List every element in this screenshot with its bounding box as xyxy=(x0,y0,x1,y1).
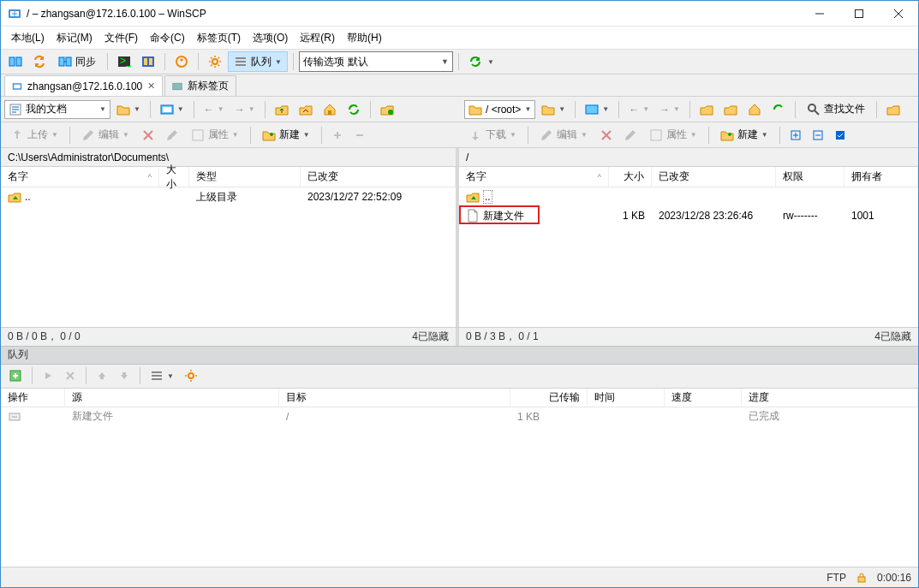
sessions-button[interactable] xyxy=(170,51,193,72)
local-plus-button[interactable] xyxy=(327,125,348,146)
list-item-file[interactable]: 新建文件 1 KB 2023/12/28 23:26:46 rw------- … xyxy=(459,206,918,225)
menu-commands[interactable]: 命令(C) xyxy=(145,28,190,48)
remote-root-button[interactable] xyxy=(719,99,742,120)
col-size[interactable]: 大小 xyxy=(159,167,189,187)
col-rights[interactable]: 权限 xyxy=(776,167,844,187)
remote-open-button[interactable]: ▼ xyxy=(537,99,570,120)
col-name[interactable]: 名字^ xyxy=(1,167,159,187)
queue-row[interactable]: 新建文件 / 1 KB 已完成 xyxy=(1,407,918,426)
qcol-src[interactable]: 源 xyxy=(65,389,279,407)
local-back-button[interactable]: ←▼ xyxy=(200,99,229,120)
transfer-preset-dropdown[interactable]: 传输选项 默认 ▼ xyxy=(299,51,453,72)
qcol-dst[interactable]: 目标 xyxy=(279,389,510,407)
qcol-speed[interactable]: 速度 xyxy=(665,389,742,407)
remote-file-list[interactable]: .. 新建文件 1 KB 2023/12/28 23:26:46 rw-----… xyxy=(459,187,918,327)
queue-remove-button[interactable] xyxy=(60,365,81,386)
queue-down-button[interactable] xyxy=(114,365,134,386)
remote-bookmark-button[interactable] xyxy=(882,99,904,120)
local-drive-selector[interactable]: 我的文档 ▼ xyxy=(4,100,110,119)
close-button[interactable] xyxy=(879,1,918,26)
remote-rename-button[interactable] xyxy=(619,125,642,146)
window-title: / – zhangsan@172.16.0.100 – WinSCP xyxy=(27,8,800,20)
menu-local[interactable]: 本地(L) xyxy=(6,28,50,48)
queue-toggle-button[interactable]: 队列 ▼ xyxy=(228,51,288,72)
queue-play-button[interactable] xyxy=(38,365,58,386)
session-tab-label: zhangsan@172.16.0.100 xyxy=(27,80,142,92)
sync-button[interactable]: 同步 xyxy=(52,51,102,72)
qcol-prog[interactable]: 进度 xyxy=(742,389,918,407)
qcol-time[interactable]: 时间 xyxy=(588,389,665,407)
session-tab-new[interactable]: 新标签页 xyxy=(164,75,236,96)
remote-delete-button[interactable] xyxy=(595,125,618,146)
remote-plus-button[interactable] xyxy=(785,125,806,146)
col-changed[interactable]: 已改变 xyxy=(301,167,456,187)
local-home-button[interactable] xyxy=(319,99,341,120)
local-path[interactable]: C:\Users\Administrator\Documents\ xyxy=(1,148,459,167)
queue-add-button[interactable] xyxy=(4,365,27,386)
local-filter-button[interactable]: ▼ xyxy=(156,99,188,120)
local-props-button[interactable]: 属性▼ xyxy=(185,125,245,146)
queue-toggle2-button[interactable]: ▼ xyxy=(146,365,178,386)
list-item-up[interactable]: .. xyxy=(459,187,918,206)
remote-new-button[interactable]: 新建▼ xyxy=(714,125,774,146)
queue-settings-button[interactable] xyxy=(180,365,202,386)
console-button[interactable]: >_ xyxy=(113,51,135,72)
remote-refresh-button[interactable] xyxy=(767,99,790,120)
local-edit-button[interactable]: 编辑▼ xyxy=(75,125,135,146)
remote-drive-selector[interactable]: / <root> ▼ xyxy=(464,100,535,119)
col-changed[interactable]: 已改变 xyxy=(652,167,776,187)
remote-fwd-button[interactable]: →▼ xyxy=(655,99,684,120)
remote-up-button[interactable] xyxy=(695,99,718,120)
queue-list[interactable]: 新建文件 / 1 KB 已完成 xyxy=(1,407,918,567)
local-fwd-button[interactable]: →▼ xyxy=(230,99,260,120)
upload-button[interactable]: 上传▼ xyxy=(4,125,64,146)
local-root-button[interactable] xyxy=(295,99,317,120)
remote-check-button[interactable] xyxy=(830,125,850,146)
local-up-button[interactable] xyxy=(271,99,293,120)
local-file-list[interactable]: .. 上级目录 2023/12/27 22:52:09 xyxy=(1,187,456,327)
local-new-button[interactable]: 新建▼ xyxy=(256,125,316,146)
menu-tabs[interactable]: 标签页(T) xyxy=(192,28,246,48)
menu-files[interactable]: 文件(F) xyxy=(99,28,143,48)
col-type[interactable]: 类型 xyxy=(189,167,301,187)
col-owner[interactable]: 拥有者 xyxy=(844,167,918,187)
list-item-up[interactable]: .. 上级目录 2023/12/27 22:52:09 xyxy=(1,187,456,206)
local-refresh-button[interactable] xyxy=(343,99,365,120)
local-rename-button[interactable] xyxy=(161,125,183,146)
compare-button[interactable] xyxy=(4,51,27,72)
col-name[interactable]: 名字^ xyxy=(459,167,609,187)
menu-help[interactable]: 帮助(H) xyxy=(342,28,387,48)
remote-edit-button[interactable]: 编辑▼ xyxy=(534,125,594,146)
sync-browse-button[interactable] xyxy=(28,51,51,72)
remote-props-button[interactable]: 属性▼ xyxy=(643,125,703,146)
local-delete-button[interactable] xyxy=(137,125,159,146)
remote-home-button[interactable] xyxy=(743,99,766,120)
local-open-button[interactable]: ▼ xyxy=(112,99,145,120)
find-files-button[interactable]: 查找文件 xyxy=(801,99,871,120)
queue-up-button[interactable] xyxy=(92,365,112,386)
local-minus-button[interactable] xyxy=(349,125,370,146)
svg-line-30 xyxy=(815,110,819,115)
remote-minus-button[interactable] xyxy=(808,125,828,146)
menu-mark[interactable]: 标记(M) xyxy=(51,28,98,48)
refresh-button[interactable]: ▼ xyxy=(464,51,498,72)
file-panes: 名字^ 大小 类型 已改变 .. 上级目录 2023/12/27 22:52:0… xyxy=(1,167,918,327)
remote-back-button[interactable]: ←▼ xyxy=(624,99,653,120)
minimize-button[interactable] xyxy=(800,1,839,26)
qcol-xfer[interactable]: 已传输 xyxy=(510,389,588,407)
remote-filter-button[interactable]: ▼ xyxy=(581,99,613,120)
maximize-button[interactable] xyxy=(839,1,879,26)
menu-remote[interactable]: 远程(R) xyxy=(295,28,340,48)
svg-rect-13 xyxy=(144,58,147,65)
session-tab-active[interactable]: zhangsan@172.16.0.100 ✕ xyxy=(4,75,163,96)
commander-button[interactable] xyxy=(137,51,159,72)
download-button[interactable]: 下载▼ xyxy=(462,125,522,146)
col-size[interactable]: 大小 xyxy=(609,167,652,187)
svg-text:>_: >_ xyxy=(120,55,131,67)
close-tab-icon[interactable]: ✕ xyxy=(147,80,155,92)
menu-options[interactable]: 选项(O) xyxy=(248,28,293,48)
local-bookmark-button[interactable] xyxy=(376,99,398,120)
qcol-op[interactable]: 操作 xyxy=(1,389,65,407)
remote-path[interactable]: / xyxy=(459,148,918,167)
preferences-button[interactable] xyxy=(204,51,226,72)
